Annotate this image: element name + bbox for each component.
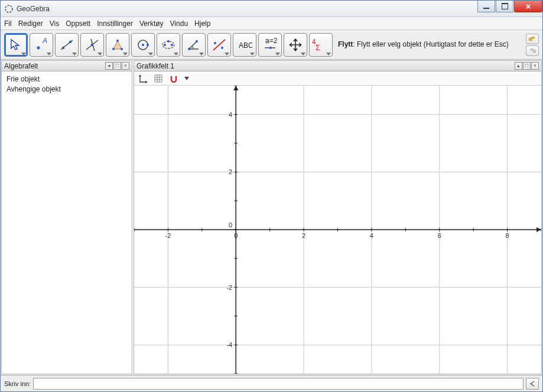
algebra-minimize-icon[interactable]: ◂ <box>105 62 113 70</box>
svg-point-8 <box>91 43 93 45</box>
svg-text:8: 8 <box>506 232 509 239</box>
svg-text:0: 0 <box>229 221 232 228</box>
algebra-panel: Algebrafelt ◂ □ × Frie objekt Avhengige … <box>1 60 132 374</box>
tool-polygon[interactable] <box>106 33 129 57</box>
tool-hint-name: Flytt <box>338 40 353 48</box>
svg-text:a=2: a=2 <box>265 37 278 45</box>
snap-icon[interactable] <box>168 73 179 84</box>
graphics-window-icon[interactable]: □ <box>523 62 531 70</box>
svg-text:2: 2 <box>302 232 305 239</box>
svg-point-27 <box>269 47 272 49</box>
svg-point-21 <box>196 40 198 43</box>
algebra-body[interactable]: Frie objekt Avhengige objekt <box>2 71 132 374</box>
menu-innstillinger[interactable]: Innstillinger <box>97 19 133 28</box>
menu-rediger[interactable]: Rediger <box>18 19 43 28</box>
svg-point-24 <box>221 47 223 49</box>
svg-text:ABC: ABC <box>239 41 252 50</box>
algebra-close-icon[interactable]: × <box>122 62 129 70</box>
app-title: GeoGebra <box>17 5 50 13</box>
graphics-panel: Grafikkfelt 1 ▴ □ × -202 <box>134 60 542 374</box>
tool-slider[interactable]: a=2 <box>258 33 282 57</box>
svg-marker-46 <box>233 86 238 90</box>
algebra-window-icon[interactable]: □ <box>113 62 121 70</box>
svg-point-1 <box>37 46 40 49</box>
tool-hint-text: : Flytt eller velg objekt (Hurtigtast fo… <box>353 40 508 48</box>
tool-hint: Flytt: Flytt eller velg objekt (Hurtigta… <box>334 40 524 50</box>
tool-text[interactable]: ABC <box>233 33 256 57</box>
svg-point-19 <box>167 40 170 43</box>
menu-vindu[interactable]: Vindu <box>170 19 188 28</box>
svg-text:4: 4 <box>229 111 232 118</box>
tool-ellipse[interactable] <box>157 33 180 57</box>
app-logo-icon <box>4 4 14 14</box>
titlebar: GeoGebra × <box>1 1 542 17</box>
input-field[interactable] <box>33 378 524 390</box>
graphics-minimize-icon[interactable]: ▴ <box>515 62 522 70</box>
svg-text:Σ: Σ <box>316 44 320 52</box>
graphics-title: Grafikkfelt 1 <box>136 62 174 70</box>
tool-spreadsheet[interactable]: 4Σ <box>309 33 333 57</box>
algebra-free-objects: Frie objekt <box>6 75 127 83</box>
menu-hjelp[interactable]: Hjelp <box>194 19 210 28</box>
svg-marker-9 <box>113 41 122 49</box>
svg-point-15 <box>147 44 149 46</box>
svg-point-12 <box>116 40 119 42</box>
svg-point-20 <box>188 48 190 50</box>
tool-line[interactable] <box>55 33 79 57</box>
maximize-button[interactable] <box>496 1 513 12</box>
tool-circle[interactable] <box>131 33 155 57</box>
svg-text:-2: -2 <box>165 232 171 239</box>
svg-text:6: 6 <box>438 232 441 239</box>
svg-text:A: A <box>42 37 47 45</box>
undo-button[interactable] <box>526 34 539 44</box>
svg-text:-4: -4 <box>226 341 232 348</box>
tool-move[interactable] <box>4 33 28 57</box>
tool-angle[interactable] <box>182 33 206 57</box>
input-label: Skriv inn: <box>4 380 31 387</box>
svg-text:4: 4 <box>370 232 373 239</box>
menu-oppsett[interactable]: Oppsett <box>66 19 90 28</box>
graphics-toolbar <box>134 71 541 86</box>
svg-text:-2: -2 <box>226 284 232 291</box>
tool-perpendicular[interactable] <box>80 33 104 57</box>
graphics-canvas[interactable]: -202468-4-2240 <box>134 86 541 374</box>
input-help-button[interactable] <box>526 378 539 390</box>
minimize-button[interactable] <box>477 1 495 12</box>
svg-text:2: 2 <box>229 168 232 175</box>
svg-point-4 <box>62 46 64 48</box>
svg-marker-44 <box>537 227 541 232</box>
menu-verktoy[interactable]: Verktøy <box>139 19 164 28</box>
close-button[interactable]: × <box>514 1 542 12</box>
svg-point-11 <box>121 48 123 50</box>
svg-text:0: 0 <box>234 232 238 239</box>
toolbar: A ABC <box>1 30 542 60</box>
menubar: Fil Rediger Vis Oppsett Innstillinger Ve… <box>1 17 542 30</box>
inputbar: Skriv inn: <box>1 375 542 391</box>
algebra-title: Algebrafelt <box>4 62 38 70</box>
svg-line-22 <box>213 40 225 50</box>
svg-point-14 <box>142 44 144 46</box>
tool-reflect[interactable] <box>207 33 231 57</box>
tool-translate-view[interactable] <box>284 33 307 57</box>
svg-marker-31 <box>184 77 189 80</box>
graphics-close-icon[interactable]: × <box>531 62 539 70</box>
snap-dropdown-icon[interactable] <box>184 73 190 84</box>
menu-fil[interactable]: Fil <box>4 19 12 28</box>
menu-vis[interactable]: Vis <box>50 19 59 28</box>
redo-button[interactable] <box>526 45 539 56</box>
svg-point-5 <box>69 40 71 43</box>
svg-point-10 <box>112 48 115 50</box>
svg-point-17 <box>164 44 166 46</box>
algebra-dependent-objects: Avhengige objekt <box>6 85 127 93</box>
grid-toggle-icon[interactable] <box>153 73 164 84</box>
svg-point-23 <box>214 42 216 44</box>
tool-point[interactable]: A <box>30 33 53 57</box>
svg-point-0 <box>5 5 12 12</box>
axes-toggle-icon[interactable] <box>138 73 148 84</box>
svg-point-18 <box>171 44 173 46</box>
